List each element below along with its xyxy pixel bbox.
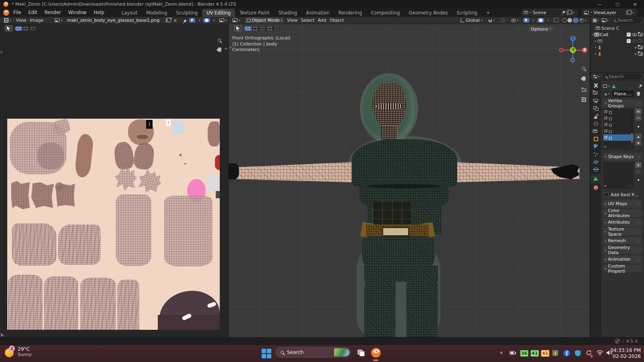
animation-drag-icon[interactable]: ∷ <box>637 257 640 261</box>
corner-resize-handle[interactable] <box>1 333 4 336</box>
vp-pan-icon[interactable] <box>582 76 586 82</box>
mesh-datablock-button[interactable]: ▾ <box>603 90 611 97</box>
tab-output[interactable] <box>593 98 599 104</box>
shading-rendered-button[interactable] <box>580 18 584 23</box>
collection-expand-icon[interactable]: ▾ <box>592 33 593 36</box>
panel-custom-properties[interactable]: ▸Custom Properti <box>603 265 642 272</box>
tab-modeling[interactable]: Modeling <box>142 9 171 17</box>
tab-modifiers[interactable] <box>593 144 599 150</box>
shape-keys-header[interactable]: ▾ Shape Keys ∷ <box>603 153 642 160</box>
shape-key-specials-button[interactable]: ▾ <box>635 177 642 183</box>
vertex-group-row[interactable] <box>603 121 634 128</box>
outliner-scene-collection-row[interactable]: Scene C <box>590 25 644 31</box>
vertex-groups-list[interactable]: ►∷ <box>603 109 634 150</box>
panel-geometry-data[interactable]: ▸Geometry Data <box>603 246 642 254</box>
uv-editor-type-button[interactable]: ▾ <box>2 18 13 23</box>
tab-view-layer[interactable] <box>593 105 599 111</box>
shape-keys-drag-icon[interactable]: ∷ <box>637 155 640 159</box>
subcollection-expand-icon[interactable]: ▸ <box>595 39 597 43</box>
blender-taskbar-app[interactable] <box>370 348 382 361</box>
uv-proportional-caret-icon[interactable]: ▾ <box>213 19 215 22</box>
vp-menu-select[interactable]: Select <box>301 18 314 23</box>
shading-wireframe-button[interactable] <box>562 18 567 23</box>
battery-icon[interactable] <box>510 351 515 355</box>
shape-keys-specials-icon[interactable]: ► <box>605 184 607 187</box>
panel-color-attributes[interactable]: ▸Color Attributes <box>603 209 642 217</box>
overlays-toggle[interactable] <box>537 18 544 23</box>
tab-tool[interactable] <box>593 82 599 88</box>
collection-checkbox[interactable]: ✓ <box>627 33 631 37</box>
subcollection-checkbox[interactable]: ✓ <box>627 39 631 43</box>
taskbar-clock[interactable]: 04:33:16 PM 02-02-2026 <box>611 348 641 360</box>
gizmos-caret-icon[interactable]: ▾ <box>533 19 534 22</box>
tab-particles[interactable] <box>593 151 599 157</box>
properties-editor-type-button[interactable]: ▾ <box>593 75 600 79</box>
viewport-editor-type-button[interactable]: ▾ <box>231 18 242 23</box>
armature2-camera-icon[interactable] <box>638 52 643 56</box>
vgroups-specials-icon[interactable]: ► <box>605 145 607 148</box>
menu-edit[interactable]: Edit <box>25 9 40 16</box>
minimize-button[interactable]: — <box>591 0 609 8</box>
vertex-group-row[interactable] <box>603 115 634 121</box>
fake-user-toggle[interactable] <box>635 90 642 97</box>
vgroup-remove-button[interactable]: − <box>635 115 642 121</box>
gizmos-toggle[interactable] <box>523 18 529 23</box>
uv-snap-caret-icon[interactable]: ▾ <box>198 19 200 22</box>
vgroups-resize-icon[interactable]: ∷ <box>629 145 631 149</box>
menu-render[interactable]: Render <box>41 9 64 16</box>
uv-proportional-button[interactable] <box>203 18 210 23</box>
tray-badge-36[interactable]: 36 <box>520 350 528 357</box>
vertex-groups-header[interactable]: ▾ Vertex Groups ∷ <box>603 99 642 107</box>
armature2-expand-icon[interactable]: ▸ <box>595 52 597 56</box>
image-copy-icon[interactable] <box>166 19 167 22</box>
tray-chart-icon[interactable] <box>552 350 558 356</box>
image-pin-icon[interactable] <box>182 19 184 22</box>
scene-pin-icon[interactable] <box>560 10 566 16</box>
shape-key-add-button[interactable]: + <box>635 162 642 168</box>
shape-keys-resize-icon[interactable]: ∷ <box>629 184 631 188</box>
tab-object-data[interactable] <box>590 174 601 183</box>
add-workspace-button[interactable]: + <box>482 9 495 17</box>
collection-camera-icon[interactable] <box>638 33 643 36</box>
breadcrumb-mesh-icon[interactable] <box>612 84 616 88</box>
viewlayer-remove-icon[interactable]: × <box>631 10 635 15</box>
shading-material-button[interactable] <box>573 18 579 23</box>
tab-scripting[interactable]: Scripting <box>452 9 482 17</box>
sync-icon[interactable] <box>586 350 592 357</box>
image-browse-button[interactable]: ▾ <box>53 18 64 23</box>
tab-layout[interactable]: Layout <box>117 9 142 17</box>
tab-object[interactable] <box>593 136 599 142</box>
menu-help[interactable]: Help <box>91 9 107 16</box>
tab-uv-editing[interactable]: UV Editing <box>202 9 235 17</box>
image-name[interactable]: maki_zenin_body_eye_glasess_base1.png <box>67 18 160 23</box>
proportional-edit-button[interactable] <box>500 18 506 23</box>
vgroup-move-down-button[interactable]: ▾ <box>635 140 642 146</box>
uv-menu-view[interactable]: View <box>16 18 27 23</box>
outliner-filter-button[interactable]: ▾ <box>593 19 599 22</box>
uv-maps-drag-icon[interactable]: ∷ <box>637 202 640 206</box>
vgroup-move-up-button[interactable]: ▴ <box>635 134 642 139</box>
vp-menu-view[interactable]: View <box>287 18 297 23</box>
panel-uv-maps[interactable]: ▸UV Maps∷ <box>603 200 642 208</box>
panel-remesh[interactable]: ▸Remesh∷ <box>603 237 642 245</box>
shading-solid-button[interactable] <box>568 18 572 23</box>
mode-dropdown[interactable]: Object Mode ▾ <box>245 17 284 23</box>
tab-constraints[interactable] <box>593 167 599 173</box>
properties-search-input[interactable]: Search <box>603 74 642 79</box>
tab-shading[interactable]: Shading <box>274 9 301 17</box>
viewport-canvas[interactable]: ▸ Options ▾ Front Orthographic (Local) (… <box>229 24 590 337</box>
vp-camera-icon[interactable] <box>582 88 586 93</box>
panel-texture-space[interactable]: ▸Texture Space <box>603 228 642 235</box>
panel-attributes[interactable]: ▸Attributes∷ <box>603 218 642 226</box>
tab-geometry-nodes[interactable]: Geometry Nodes <box>405 9 452 17</box>
navigation-gizmo[interactable]: Z X -Y <box>559 35 588 64</box>
remesh-drag-icon[interactable]: ∷ <box>637 239 640 243</box>
uv-tweak-tool-button[interactable] <box>5 25 12 31</box>
wifi-icon[interactable] <box>597 350 603 357</box>
tab-sculpting[interactable]: Sculpting <box>171 9 202 17</box>
outliner-subcollection-row[interactable]: ▸ ✓ <box>590 38 644 44</box>
vertex-groups-drag-icon[interactable]: ∷ <box>637 101 640 105</box>
start-button[interactable] <box>262 349 271 358</box>
shape-key-remove-button[interactable]: − <box>635 169 642 174</box>
close-button[interactable]: × <box>626 0 644 8</box>
